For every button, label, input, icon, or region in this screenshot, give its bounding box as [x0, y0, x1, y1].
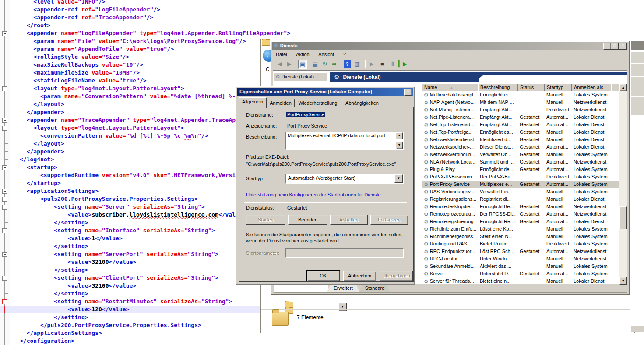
menu-item-ansicht[interactable]: Ansicht	[315, 50, 338, 57]
table-row[interactable]: ⚙Net.Msmq-Listener...Empfängt Akt...Deak…	[422, 106, 619, 114]
table-row[interactable]: ⚙RPC-Endpunktzuor...Löst RPC-Sch...Gesta…	[422, 248, 619, 255]
extended-view-icon[interactable]: ▥	[353, 60, 361, 68]
export-list-icon[interactable]: ⇨	[331, 60, 338, 68]
table-row[interactable]: ⚙NAP-Agent (Netwo...Mit dem NAP-...Manue…	[422, 99, 619, 106]
dropdown-button[interactable]: ▼	[338, 303, 347, 311]
fold-gutter[interactable]	[0, 203, 10, 211]
fold-gutter[interactable]	[0, 298, 10, 306]
startparameter-input[interactable]	[285, 248, 404, 258]
table-row[interactable]: ⚙Sekundäre Anmeld...Aktiviert das ...Man…	[422, 263, 619, 270]
fold-gutter[interactable]	[0, 235, 10, 242]
fold-box-icon[interactable]	[2, 276, 7, 281]
fold-gutter[interactable]	[0, 290, 10, 298]
fold-box-icon[interactable]	[2, 228, 7, 233]
refresh-icon[interactable]: ↻	[321, 60, 329, 68]
fold-gutter[interactable]	[0, 195, 10, 203]
fold-gutter[interactable]	[0, 306, 10, 313]
tab-erweitert[interactable]: Erweitert	[327, 284, 359, 292]
table-row[interactable]: ⚙Plug & PlayErmöglicht de...GestartetAut…	[422, 166, 619, 173]
forward-icon[interactable]: ▶	[285, 60, 293, 68]
properties-icon[interactable]: ▤	[311, 60, 319, 68]
fold-box-icon[interactable]	[2, 126, 7, 131]
dialog-close-button[interactable]: ×	[404, 89, 412, 96]
minimize-button[interactable]: _	[603, 43, 611, 50]
scroll-thumb[interactable]	[619, 206, 627, 229]
combo-arrow-button[interactable]: ▼	[394, 174, 403, 183]
fold-gutter[interactable]	[0, 61, 10, 69]
services-titlebar[interactable]: ⚙Dienste _ □ ×	[272, 42, 628, 50]
fold-gutter[interactable]	[0, 337, 10, 345]
fold-gutter[interactable]	[0, 45, 10, 53]
fold-gutter[interactable]	[0, 227, 10, 235]
apply-button[interactable]: Übernehmen	[380, 271, 413, 281]
header-cell-anmelden[interactable]: Anmelden als	[572, 84, 611, 91]
fold-gutter[interactable]	[0, 282, 10, 290]
close-button[interactable]: ×	[619, 43, 627, 50]
table-row[interactable]: ⚙Net.Tcp-Portfreiga...Ermöglicht es...Ge…	[422, 128, 619, 136]
fold-box-icon[interactable]	[2, 197, 7, 202]
fold-gutter[interactable]	[0, 37, 10, 45]
fold-box-icon[interactable]	[2, 118, 7, 123]
scroll-up-button[interactable]: ▲	[619, 84, 627, 91]
fold-gutter[interactable]	[0, 6, 10, 14]
fold-gutter[interactable]	[0, 171, 10, 179]
header-cell-starttyp[interactable]: Starttyp	[545, 84, 572, 91]
pause-service-icon[interactable]: Ⅱ	[389, 60, 397, 68]
table-row[interactable]: ⚙Registrierungsdiens...Registriert di...…	[422, 196, 619, 203]
fold-gutter[interactable]	[0, 187, 10, 195]
scroll-down-button[interactable]: ▼	[619, 277, 627, 285]
table-row[interactable]: ⚙Server für Threads...Bietet eine n...Ma…	[422, 277, 619, 285]
cancel-button[interactable]: Abbrechen	[343, 271, 376, 281]
fold-gutter[interactable]	[0, 321, 10, 329]
table-row[interactable]: ⚙Richtlinienergebniss...Stellt einen N..…	[422, 233, 619, 240]
help-icon[interactable]: ?	[344, 60, 351, 68]
fold-box-icon[interactable]	[2, 299, 7, 304]
table-row[interactable]: ⚙Port Proxy ServiceMultiplexes e...Gesta…	[422, 181, 619, 188]
menu-item-hilfe[interactable]: ?	[340, 50, 349, 57]
tree-item-dienste-lokal[interactable]: ⚙ Dienste (Lokal)	[274, 73, 327, 81]
table-row[interactable]: ⚙Routing und RASBietet Routin...Deaktivi…	[422, 240, 619, 248]
startoptions-link[interactable]: Unterstützung beim Konfigurieren der Sta…	[246, 192, 381, 197]
fold-gutter[interactable]	[0, 100, 10, 108]
fold-gutter[interactable]	[0, 85, 10, 92]
fold-gutter[interactable]	[0, 250, 10, 258]
table-row[interactable]: ⚙Remotedesktopdie...Ermöglicht Be...Gest…	[422, 203, 619, 210]
fold-box-icon[interactable]	[2, 189, 7, 194]
ok-button[interactable]: OK	[307, 271, 340, 281]
beenden-button[interactable]: Beenden	[288, 215, 327, 225]
fold-gutter[interactable]	[0, 313, 10, 321]
beschreibung-box[interactable]: Multiplexes external TCP/IP data on loca…	[285, 132, 404, 150]
table-row[interactable]: ⚙RemoteregistrierungErmöglicht Re...Gest…	[422, 218, 619, 225]
fold-gutter[interactable]	[0, 266, 10, 274]
show-console-tree-icon[interactable]: ▣	[298, 60, 307, 69]
fold-box-icon[interactable]	[2, 252, 7, 257]
maximize-button[interactable]: □	[611, 43, 619, 50]
fold-gutter[interactable]	[0, 329, 10, 337]
header-cell-name[interactable]: Name▲	[422, 84, 478, 91]
fold-gutter[interactable]	[0, 77, 10, 85]
fold-box-icon[interactable]	[2, 86, 7, 91]
table-row[interactable]: ⚙Netzwerkspeicher-...Dieser Dienst...Ges…	[422, 143, 619, 151]
fold-gutter[interactable]	[0, 92, 10, 100]
anhalten-button[interactable]: Anhalten	[330, 215, 368, 225]
tab-allgemein[interactable]: Allgemein	[239, 97, 267, 108]
fold-gutter[interactable]	[0, 69, 10, 77]
properties-dialog[interactable]: Eigenschaften von Port Proxy Service (Lo…	[236, 86, 415, 285]
fold-gutter[interactable]	[0, 219, 10, 227]
dienstname-value[interactable]: PortProxyService	[286, 112, 325, 117]
table-row[interactable]: ⚙RAS-Verbindungsv...Verwaltet Ein...Manu…	[422, 188, 619, 196]
table-row[interactable]: ⚙ServerUnterstützt D...GestartetAutomat.…	[422, 270, 619, 277]
fold-gutter[interactable]	[0, 140, 10, 148]
fold-gutter[interactable]	[0, 211, 10, 219]
table-row[interactable]: ⚙PnP-X-IP-Busenum...Der PnP-X-Bu...Deakt…	[422, 173, 619, 181]
table-row[interactable]: ⚙RPC-LocatorUnter Windo...ManuellNetzwer…	[422, 255, 619, 263]
start-service-icon[interactable]: ▶	[368, 60, 376, 68]
table-row[interactable]: ⚙Richtlinie zum Entfe...Lässt eine Ko...…	[422, 225, 619, 233]
fortsetzen-button[interactable]: Fortsetzen	[370, 215, 408, 225]
back-icon[interactable]: ◀	[276, 60, 284, 68]
stop-service-icon[interactable]: ■	[378, 60, 386, 68]
fold-gutter[interactable]	[0, 0, 10, 6]
fold-gutter[interactable]	[0, 21, 10, 29]
fold-box-icon[interactable]	[2, 165, 7, 170]
table-row[interactable]: ⚙Remoteprozedurau...Der RPCSS-Di...Gesta…	[422, 210, 619, 218]
